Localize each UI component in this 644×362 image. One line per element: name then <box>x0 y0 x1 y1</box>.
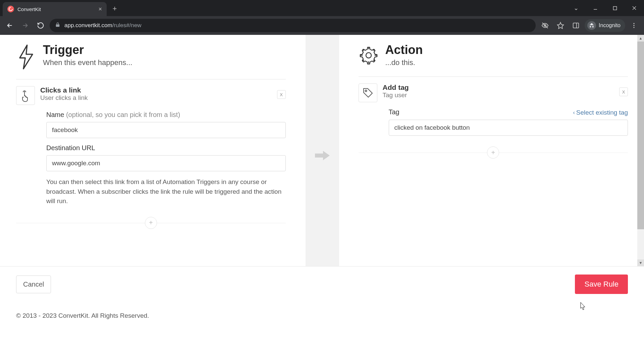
tab-search-icon[interactable]: ⌄ <box>566 1 586 15</box>
minimize-icon[interactable] <box>586 1 605 15</box>
action-title: Action <box>385 43 423 57</box>
trigger-card-sub: User clicks a link <box>40 94 88 102</box>
divider <box>359 76 628 77</box>
select-existing-tag-link[interactable]: ‹Select existing tag <box>573 109 628 116</box>
side-panel-icon[interactable] <box>569 19 583 32</box>
flow-divider <box>302 35 342 266</box>
tag-label: Tag <box>389 108 399 116</box>
trigger-subtitle: When this event happens... <box>43 58 132 67</box>
tag-icon <box>359 83 377 102</box>
remove-trigger-button[interactable]: X <box>277 90 286 99</box>
new-tab-button[interactable]: + <box>109 3 121 15</box>
copyright-text: © 2013 - 2023 ConvertKit. All Rights Res… <box>0 302 644 329</box>
destination-url-input[interactable] <box>46 155 286 171</box>
site-favicon-icon <box>7 6 14 12</box>
svg-rect-1 <box>613 6 616 10</box>
add-action-button[interactable]: + <box>487 146 499 159</box>
name-hint: (optional, so you can pick it from a lis… <box>66 111 180 118</box>
scrollbar-up-icon[interactable]: ▲ <box>637 35 644 42</box>
url-path: /rules#/new <box>112 22 142 28</box>
bookmark-icon[interactable] <box>554 19 567 32</box>
action-card-title: Add tag <box>383 83 409 92</box>
trigger-card-title: Clicks a link <box>40 86 88 94</box>
action-card-sub: Tag user <box>383 92 409 99</box>
click-link-icon <box>16 86 35 105</box>
save-rule-button[interactable]: Save Rule <box>575 275 628 294</box>
svg-point-9 <box>633 25 634 26</box>
svg-point-12 <box>365 90 367 92</box>
action-subtitle: ...do this. <box>385 58 423 67</box>
svg-point-11 <box>366 53 371 58</box>
kebab-menu-icon[interactable] <box>627 19 641 32</box>
tab-title: ConvertKit <box>17 6 41 12</box>
name-label: Name <box>46 111 64 118</box>
maximize-icon[interactable] <box>605 1 625 15</box>
url-label: Destination URL <box>46 144 95 152</box>
remove-action-button[interactable]: X <box>619 87 628 96</box>
gear-icon <box>359 43 379 66</box>
lock-icon <box>55 22 60 29</box>
back-button[interactable] <box>3 19 16 32</box>
incognito-label: Incognito <box>599 22 621 28</box>
url-host: app.convertkit.com <box>64 22 112 28</box>
tag-input[interactable] <box>389 120 628 136</box>
incognito-chip[interactable]: Incognito <box>585 19 625 32</box>
scrollbar[interactable]: ▲ ▼ <box>637 35 644 266</box>
scrollbar-thumb[interactable] <box>637 42 644 229</box>
scrollbar-down-icon[interactable]: ▼ <box>637 259 644 266</box>
svg-rect-6 <box>573 23 579 28</box>
trigger-help-text: You can then select this link from a lis… <box>46 177 286 206</box>
address-bar[interactable]: app.convertkit.com/rules#/new <box>50 19 536 32</box>
trigger-name-input[interactable] <box>46 122 286 138</box>
svg-point-10 <box>633 27 634 28</box>
arrow-right-icon <box>314 149 330 162</box>
lightning-icon <box>16 43 36 70</box>
close-window-icon[interactable] <box>625 1 644 15</box>
browser-tab[interactable]: ConvertKit × <box>3 2 107 16</box>
tracking-protection-icon[interactable] <box>538 19 552 32</box>
trigger-title: Trigger <box>43 43 132 57</box>
incognito-icon <box>587 21 596 30</box>
divider <box>16 79 286 79</box>
forward-button[interactable] <box>19 19 32 32</box>
add-trigger-button[interactable]: + <box>145 217 157 229</box>
close-tab-icon[interactable]: × <box>98 6 102 13</box>
reload-button[interactable] <box>34 19 47 32</box>
cancel-button[interactable]: Cancel <box>16 276 51 293</box>
svg-point-8 <box>633 23 634 24</box>
